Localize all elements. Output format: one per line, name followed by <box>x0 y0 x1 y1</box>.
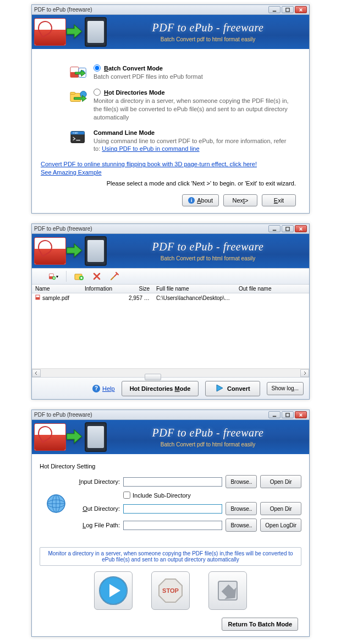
input-dir-field[interactable] <box>123 477 222 487</box>
banner-title: PDF to ePub - freeware <box>107 427 309 439</box>
svg-rect-21 <box>273 416 276 417</box>
out-dir-label: Out Directory: <box>76 505 120 512</box>
col-out-filename[interactable]: Out file name <box>235 286 309 292</box>
bottom-bar: ?Help Hot Directories Mode Convert Show … <box>32 377 309 399</box>
table-header: Name Information Size Full file name Out… <box>32 285 309 293</box>
window-title: PDF to ePub (freeware) <box>34 412 268 418</box>
minimize-button[interactable] <box>268 6 280 13</box>
scroll-right-icon[interactable] <box>300 369 309 377</box>
pdf-logo-icon <box>34 18 66 46</box>
hot-directories-icon <box>69 89 89 105</box>
open-log-dir-button[interactable]: Open LogDir <box>260 519 301 532</box>
batch-convert-icon <box>69 64 89 81</box>
pdf-logo-icon <box>34 237 66 265</box>
banner-title: PDF to ePub - freeware <box>107 21 309 34</box>
minimize-button[interactable] <box>268 225 280 232</box>
return-batch-mode-button[interactable]: Return To Batch Mode <box>222 618 298 631</box>
hot-directories-mode-button[interactable]: Hot Directories Mode <box>122 381 199 396</box>
browse-out-button[interactable]: Browse.. <box>226 502 257 515</box>
svg-rect-13 <box>286 227 289 231</box>
remove-icon[interactable] <box>92 271 102 281</box>
titlebar[interactable]: PDF to ePub (freeware) <box>32 5 309 15</box>
window-title: PDF to ePub (freeware) <box>34 7 268 13</box>
mode-label[interactable]: Hot Directories Mode <box>104 89 165 96</box>
svg-rect-22 <box>286 413 289 417</box>
scroll-thumb[interactable] <box>145 374 161 380</box>
show-log-button[interactable]: Show log... <box>267 382 304 395</box>
svg-rect-0 <box>273 10 276 12</box>
convert-button[interactable]: Convert <box>205 381 260 396</box>
horizontal-scrollbar[interactable] <box>32 368 309 377</box>
close-button[interactable] <box>295 411 307 418</box>
next-button[interactable]: Next> <box>223 194 257 206</box>
arrow-icon <box>65 22 84 42</box>
arrow-icon <box>65 427 84 447</box>
minimize-button[interactable] <box>268 411 280 418</box>
out-dir-field[interactable] <box>123 504 222 514</box>
help-link[interactable]: ?Help <box>92 385 115 392</box>
close-button[interactable] <box>295 225 307 232</box>
epub-device-icon <box>85 422 107 452</box>
cmd-line-link[interactable]: Using PDF to ePub in command line <box>102 145 199 152</box>
mode-radio-hot[interactable] <box>94 89 101 96</box>
add-folder-icon[interactable] <box>74 271 84 281</box>
open-input-dir-button[interactable]: Open Dir <box>260 475 301 488</box>
stop-button[interactable]: STOP <box>151 571 190 610</box>
exit-button[interactable]: Exit <box>262 194 296 206</box>
add-file-icon[interactable]: ▾ <box>48 271 58 281</box>
scroll-left-icon[interactable] <box>32 369 41 377</box>
mode-batch-convert: Batch Convert Mode Batch convert PDF fil… <box>69 64 299 81</box>
log-path-field[interactable] <box>123 521 222 530</box>
flipping-book-link[interactable]: Convert PDF to online stunning flipping … <box>41 161 299 167</box>
banner: PDF to ePub - freeware Batch Convert pdf… <box>32 420 309 454</box>
mode-selection-window: PDF to ePub (freeware) PDF to ePub - fre… <box>31 4 310 214</box>
banner-title: PDF to ePub - freeware <box>107 241 309 253</box>
titlebar[interactable]: PDF to ePub (freeware) <box>32 410 309 420</box>
amazing-example-link[interactable]: See Amazing Example <box>41 169 299 176</box>
mode-label: Command Line Mode <box>94 129 155 136</box>
close-button[interactable] <box>295 6 307 13</box>
start-button[interactable] <box>94 571 133 610</box>
svg-rect-20 <box>36 297 40 299</box>
play-icon <box>215 384 224 394</box>
maximize-button[interactable] <box>282 6 294 13</box>
file-table[interactable]: sample.pdf 2,957 KB C:\Users\lachance\De… <box>32 293 309 368</box>
maximize-button[interactable] <box>282 225 294 232</box>
banner: PDF to ePub - freeware Batch Convert pdf… <box>32 234 309 268</box>
browse-input-button[interactable]: Browse.. <box>226 475 257 488</box>
epub-device-icon <box>85 236 107 266</box>
banner-subtitle: Batch Convert pdf to html format easily <box>107 36 309 42</box>
browse-log-button[interactable]: Browse.. <box>226 519 257 532</box>
pdf-file-icon <box>35 294 41 300</box>
include-subdir-checkbox[interactable] <box>123 492 130 499</box>
col-name[interactable]: Name <box>32 286 81 292</box>
input-dir-label: Input Directory: <box>76 478 120 485</box>
maximize-button[interactable] <box>282 411 294 418</box>
col-information[interactable]: Information <box>81 286 125 292</box>
titlebar[interactable]: PDF to ePub (freeware) <box>32 224 309 234</box>
mode-desc: Using command line to convert PDF to ePu… <box>94 137 292 154</box>
banner-subtitle: Batch Convert pdf to html format easily <box>107 441 309 447</box>
table-row[interactable]: sample.pdf 2,957 KB C:\Users\lachance\De… <box>32 293 309 302</box>
output-folder-button[interactable] <box>208 571 247 610</box>
svg-text:STOP: STOP <box>162 587 179 594</box>
svg-rect-1 <box>286 8 289 11</box>
svg-rect-7 <box>70 92 75 95</box>
col-full-filename[interactable]: Full file name <box>153 286 235 292</box>
col-size[interactable]: Size <box>125 286 153 292</box>
info-icon: i <box>188 197 195 204</box>
mode-hot-directories: Hot Directories Mode Monitor a directory… <box>69 89 299 122</box>
mode-label[interactable]: Batch Convert Mode <box>104 65 163 72</box>
mode-radio-batch[interactable] <box>94 64 101 72</box>
open-out-dir-button[interactable]: Open Dir <box>260 502 301 515</box>
hot-dir-note: Monitor a directory in a server, when so… <box>40 547 301 566</box>
command-line-icon: •CMD <box>69 129 89 146</box>
about-button[interactable]: iAbout <box>182 194 219 206</box>
banner-subtitle: Batch Convert pdf to html format easily <box>107 255 309 261</box>
hot-directory-window: PDF to ePub (freeware) PDF to ePub - fre… <box>31 410 310 637</box>
wizard-hint: Please select a mode and click 'Next >' … <box>45 180 296 187</box>
include-subdir-label[interactable]: Include Sub-Directory <box>133 492 191 499</box>
mode-desc: Monitor a directory in a server, when so… <box>94 97 292 122</box>
batch-convert-window: PDF to ePub (freeware) PDF to ePub - fre… <box>31 223 310 400</box>
settings-icon[interactable] <box>109 271 119 281</box>
